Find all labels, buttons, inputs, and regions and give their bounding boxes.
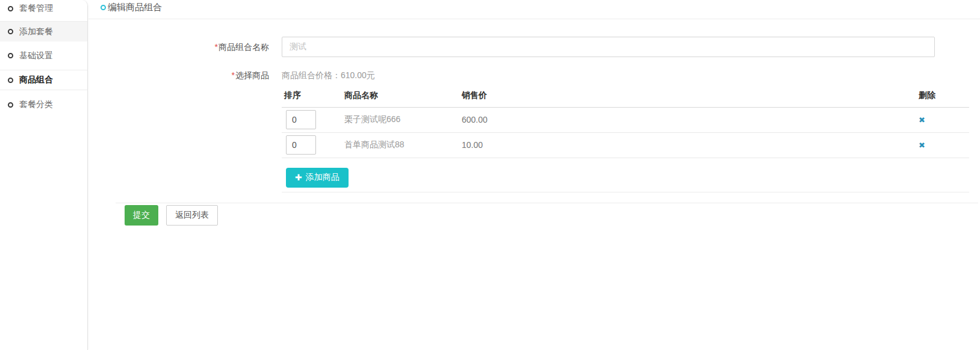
combo-name-label: *商品组合名称 <box>88 37 282 57</box>
sidebar-item-label: 套餐管理 <box>19 3 53 14</box>
sidebar-item-package-management[interactable]: 套餐管理 <box>0 0 87 22</box>
sidebar-item-label: 基础设置 <box>19 51 53 61</box>
table-row: 栗子测试呢666 600.00 ✖ <box>282 107 969 132</box>
main-content: 编辑商品组合 *商品组合名称 *选择商品 商品组合价格：610.00元 排序 商… <box>88 0 980 350</box>
combo-name-input[interactable] <box>282 37 935 57</box>
combo-name-row: *商品组合名称 <box>88 37 980 57</box>
product-name: 首单商品测试88 <box>342 132 459 158</box>
required-marker: * <box>215 42 218 52</box>
delete-icon[interactable]: ✖ <box>919 115 925 124</box>
delete-icon[interactable]: ✖ <box>919 141 925 150</box>
select-products-label: *选择商品 <box>88 70 282 81</box>
sidebar-menu: 套餐管理 添加套餐 基础设置 商品组合 套餐分类 <box>0 0 87 119</box>
sort-input[interactable] <box>286 135 316 155</box>
sort-input[interactable] <box>286 110 316 129</box>
content-header: 编辑商品组合 <box>88 0 980 19</box>
products-table: 排序 商品名称 销售价 删除 栗子测试呢666 600.00 ✖ 首单商品测试8… <box>282 84 969 158</box>
add-product-row: ✚ 添加商品 <box>282 168 980 188</box>
product-name: 栗子测试呢666 <box>342 107 459 132</box>
select-products-row: *选择商品 商品组合价格：610.00元 <box>88 70 980 81</box>
column-header-delete: 删除 <box>916 84 969 107</box>
product-price: 600.00 <box>459 107 916 132</box>
required-marker: * <box>232 70 235 80</box>
form-section-divider <box>282 192 969 192</box>
sidebar-item-label: 套餐分类 <box>19 99 53 110</box>
circle-icon <box>8 6 13 11</box>
plus-icon: ✚ <box>295 173 302 182</box>
sidebar-item-product-combo[interactable]: 商品组合 <box>0 70 87 90</box>
submit-button[interactable]: 提交 <box>125 205 158 226</box>
page-title: 编辑商品组合 <box>108 2 162 13</box>
action-buttons-row: 提交 返回列表 <box>125 205 980 226</box>
circle-icon <box>8 102 13 108</box>
column-header-name: 商品名称 <box>342 84 459 107</box>
back-to-list-button[interactable]: 返回列表 <box>166 205 218 226</box>
add-product-button[interactable]: ✚ 添加商品 <box>286 168 349 188</box>
column-header-price: 销售价 <box>459 84 916 107</box>
circle-icon <box>8 78 13 83</box>
circle-icon <box>8 29 13 34</box>
table-row: 首单商品测试88 10.00 ✖ <box>282 132 969 158</box>
title-circle-icon <box>101 5 106 10</box>
sidebar-item-add-package[interactable]: 添加套餐 <box>0 22 87 41</box>
circle-icon <box>8 53 13 58</box>
sidebar: 套餐管理 添加套餐 基础设置 商品组合 套餐分类 <box>0 0 88 350</box>
sidebar-item-package-category[interactable]: 套餐分类 <box>0 90 87 119</box>
sidebar-item-basic-settings[interactable]: 基础设置 <box>0 41 87 70</box>
product-price: 10.00 <box>459 132 916 158</box>
column-header-sort: 排序 <box>282 84 342 107</box>
table-header-row: 排序 商品名称 销售价 删除 <box>282 84 969 107</box>
footer-divider <box>116 203 978 203</box>
sidebar-item-label: 商品组合 <box>19 75 53 85</box>
sidebar-item-label: 添加套餐 <box>19 26 53 37</box>
combo-price-summary: 商品组合价格：610.00元 <box>282 70 375 81</box>
